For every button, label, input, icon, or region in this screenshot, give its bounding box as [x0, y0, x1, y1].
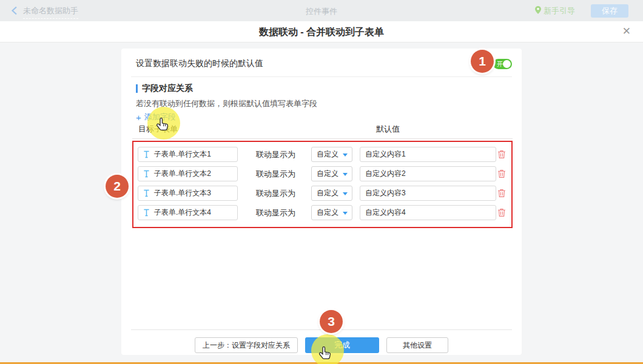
default-value-text: 自定义内容3	[365, 188, 406, 198]
chevron-down-icon	[343, 153, 348, 157]
screen: 未命名数据助手 控件事件 新手引导 保存 数据联动 - 合并联动到子表单 ✕ 设…	[0, 0, 643, 364]
default-value-input[interactable]: 自定义内容2	[360, 166, 496, 181]
target-field-value: 子表单.单行文本4	[154, 207, 211, 218]
delete-row-icon[interactable]	[497, 150, 506, 159]
target-field-value: 子表单.单行文本2	[154, 169, 211, 179]
table-row: 子表单.单行文本1 联动显示为 自定义 自定义内容1	[133, 147, 511, 162]
relation-label: 联动显示为	[256, 207, 296, 218]
text-field-icon	[143, 189, 150, 197]
top-bar: 未命名数据助手 控件事件 新手引导 保存	[0, 0, 643, 21]
target-field-input[interactable]: 子表单.单行文本1	[138, 147, 238, 162]
guide-label: 新手引导	[544, 5, 575, 16]
target-field-input[interactable]: 子表单.单行文本4	[138, 205, 238, 220]
hand-cursor-icon	[318, 345, 334, 361]
mode-select-value: 自定义	[317, 188, 338, 198]
target-field-value: 子表单.单行文本1	[154, 149, 211, 160]
mode-select[interactable]: 自定义	[311, 147, 352, 162]
chevron-down-icon	[343, 192, 348, 195]
relation-label: 联动显示为	[256, 188, 296, 199]
default-setting-row: 设置数据联动失败的时候的默认值 开	[136, 55, 512, 73]
toggle-knob	[503, 60, 511, 68]
annotation-badge-3: 3	[320, 310, 343, 333]
default-value-text: 自定义内容2	[365, 169, 406, 179]
text-field-icon	[143, 150, 150, 158]
text-field-icon	[143, 209, 150, 217]
mode-select[interactable]: 自定义	[311, 166, 352, 181]
save-button[interactable]: 保存	[591, 4, 628, 18]
default-value-text: 自定义内容4	[365, 207, 406, 218]
relation-label: 联动显示为	[256, 169, 296, 180]
relation-label: 联动显示为	[256, 149, 296, 160]
section-accent-bar	[136, 84, 138, 93]
section-header: 字段对应关系	[136, 83, 193, 94]
hand-cursor-icon	[155, 116, 171, 132]
default-value-input[interactable]: 自定义内容4	[360, 205, 496, 220]
annotation-badge-2: 2	[106, 175, 129, 198]
dialog-body: 设置数据联动失败的时候的默认值 开 字段对应关系 若没有联动到任何数据，则根据默…	[0, 42, 643, 362]
target-field-input[interactable]: 子表单.单行文本2	[138, 166, 238, 181]
chevron-down-icon	[343, 173, 348, 176]
close-icon[interactable]: ✕	[622, 25, 631, 38]
mode-select[interactable]: 自定义	[311, 205, 352, 220]
other-settings-button[interactable]: 其他设置	[386, 337, 448, 353]
table-header-divider	[132, 138, 513, 139]
default-value-text: 自定义内容1	[365, 149, 406, 160]
target-field-value: 子表单.单行文本3	[154, 188, 211, 198]
section-title: 字段对应关系	[142, 83, 193, 94]
plus-icon: +	[136, 112, 141, 123]
text-field-icon	[143, 170, 150, 178]
default-setting-toggle[interactable]: 开	[493, 59, 512, 69]
dialog-header: 数据联动 - 合并联动到子表单 ✕	[0, 21, 643, 42]
location-pin-icon	[535, 6, 541, 16]
mode-select-value: 自定义	[317, 169, 338, 179]
table-row: 子表单.单行文本3 联动显示为 自定义 自定义内容3	[133, 186, 511, 201]
default-value-input[interactable]: 自定义内容3	[360, 186, 496, 201]
annotation-badge-1: 1	[471, 50, 494, 73]
default-value-input[interactable]: 自定义内容1	[360, 147, 496, 162]
default-setting-label: 设置数据联动失败的时候的默认值	[136, 58, 263, 69]
chevron-down-icon	[343, 212, 348, 215]
table-header: 目标子表单 默认值	[121, 124, 522, 133]
footer-divider	[131, 329, 512, 330]
delete-row-icon[interactable]	[497, 189, 506, 198]
delete-row-icon[interactable]	[497, 208, 506, 217]
delete-row-icon[interactable]	[497, 169, 506, 178]
dialog-title: 数据联动 - 合并联动到子表单	[0, 26, 643, 39]
table-row: 子表单.单行文本2 联动显示为 自定义 自定义内容2	[133, 166, 511, 181]
toggle-on-label: 开	[497, 60, 503, 68]
previous-step-button[interactable]: 上一步：设置字段对应关系	[195, 337, 298, 353]
column-default-value: 默认值	[376, 124, 400, 135]
field-mapping-box: 子表单.单行文本1 联动显示为 自定义 自定义内容1	[132, 141, 513, 228]
guide-link[interactable]: 新手引导	[535, 5, 575, 16]
settings-card: 设置数据联动失败的时候的默认值 开 字段对应关系 若没有联动到任何数据，则根据默…	[121, 49, 522, 355]
mode-select[interactable]: 自定义	[311, 186, 352, 201]
divider	[131, 76, 512, 77]
mode-select-value: 自定义	[317, 207, 338, 218]
mode-select-value: 自定义	[317, 149, 338, 160]
target-field-input[interactable]: 子表单.单行文本3	[138, 186, 238, 201]
table-row: 子表单.单行文本4 联动显示为 自定义 自定义内容4	[133, 205, 511, 220]
